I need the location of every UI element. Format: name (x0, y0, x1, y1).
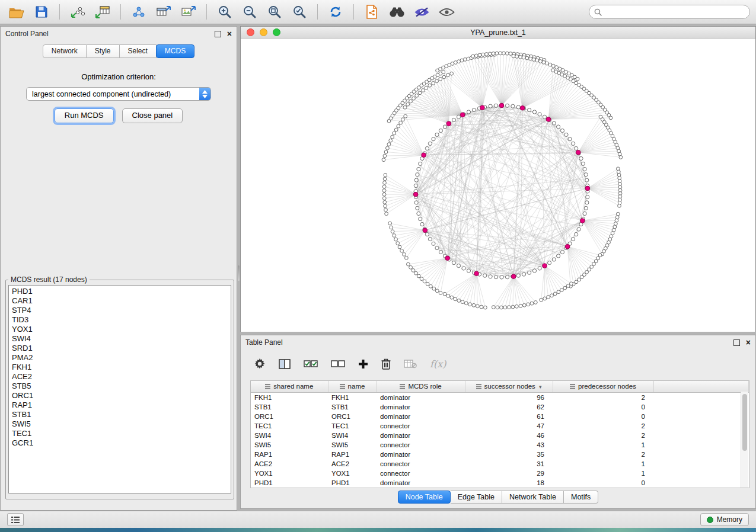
table-row[interactable]: YOX1YOX1connector291 (251, 469, 749, 478)
mcds-result-group: MCDS result (17 nodes) PHD1CAR1STP4TID3Y… (5, 275, 234, 499)
mcds-result-item[interactable]: YOX1 (12, 325, 231, 334)
table-toolbar: f(x) (241, 350, 755, 378)
criterion-selected-value: largest connected component (undirected) (27, 90, 199, 98)
search-input[interactable] (605, 7, 745, 17)
mcds-result-item[interactable]: ACE2 (12, 372, 231, 382)
search-field[interactable] (589, 5, 750, 19)
open-shared-document-button[interactable] (361, 2, 382, 21)
import-table-icon (95, 5, 110, 19)
find-button[interactable] (386, 2, 407, 21)
hide-selected-button[interactable] (411, 2, 432, 21)
close-panel-button[interactable]: Close panel (122, 108, 183, 123)
select-arrows-icon (199, 88, 210, 100)
window-zoom-button[interactable] (273, 28, 280, 36)
table-row[interactable]: FKH1FKH1dominator962 (251, 393, 749, 403)
tab-style[interactable]: Style (87, 44, 120, 58)
table-row[interactable]: SWI4SWI4dominator462 (251, 431, 749, 440)
table-row[interactable]: RAP1RAP1dominator352 (251, 450, 749, 459)
memory-button[interactable]: Memory (700, 513, 749, 526)
table-row[interactable]: SWI5SWI5connector431 (251, 440, 749, 450)
column-grid-icon (340, 383, 345, 390)
column-header-predecessor-nodes[interactable]: predecessor nodes (553, 381, 653, 393)
table-header-row: shared name name MCDS role successor nod… (251, 381, 749, 393)
mcds-result-item[interactable]: CAR1 (12, 296, 231, 306)
mcds-result-item[interactable]: PMA2 (12, 353, 231, 363)
mcds-result-item[interactable]: STP4 (12, 306, 231, 315)
mcds-result-item[interactable]: STB1 (12, 410, 231, 419)
column-visibility-button[interactable] (279, 359, 291, 369)
tab-network[interactable]: Network (43, 44, 87, 58)
refresh-view-button[interactable] (325, 2, 346, 21)
zoom-selected-button[interactable] (289, 2, 310, 21)
column-grid-icon (265, 383, 270, 390)
tab-motifs[interactable]: Motifs (564, 491, 598, 504)
chevron-down-icon: ▾ (539, 384, 542, 390)
node-table: shared name name MCDS role successor nod… (251, 381, 749, 488)
window-minimize-button[interactable] (260, 28, 267, 36)
column-header-successor-nodes[interactable]: successor nodes▾ (465, 381, 553, 393)
node-table-body: FKH1FKH1dominator962STB1STB1dominator620… (251, 393, 749, 488)
mcds-result-item[interactable]: ORC1 (12, 391, 231, 400)
run-mcds-button[interactable]: Run MCDS (55, 108, 114, 123)
delete-column-button[interactable] (381, 358, 391, 370)
import-table-button[interactable] (92, 2, 113, 21)
export-network-button[interactable] (128, 2, 149, 21)
mcds-result-list[interactable]: PHD1CAR1STP4TID3YOX1SWI4SRD1PMA2FKH1ACE2… (8, 285, 231, 493)
tab-node-table[interactable]: Node Table (398, 491, 451, 504)
column-header-mcds-role[interactable]: MCDS role (377, 381, 465, 393)
clear-table-button[interactable] (404, 360, 417, 368)
mcds-result-item[interactable]: TID3 (12, 315, 231, 325)
table-row[interactable]: TEC1TEC1connector472 (251, 421, 749, 431)
zoom-fit-button[interactable] (264, 2, 285, 21)
column-header-name[interactable]: name (328, 381, 377, 393)
table-row[interactable]: PHD1PHD1dominator180 (251, 478, 749, 488)
criterion-select[interactable]: largest connected component (undirected) (26, 87, 211, 101)
table-scrollbar[interactable] (741, 392, 748, 488)
table-row[interactable]: ORC1ORC1dominator610 (251, 412, 749, 421)
mcds-result-item[interactable]: TEC1 (12, 429, 231, 438)
add-column-button[interactable] (358, 359, 368, 369)
toolbar-separator (120, 4, 121, 20)
mcds-result-item[interactable]: STB5 (12, 382, 231, 391)
function-builder-button[interactable]: f(x) (430, 358, 446, 370)
float-panel-icon[interactable] (215, 31, 221, 37)
export-image-button[interactable] (178, 2, 199, 21)
toolbar-separator (59, 4, 60, 20)
table-row[interactable]: ACE2ACE2connector311 (251, 459, 749, 469)
open-session-button[interactable] (6, 2, 27, 21)
optimization-criterion-label: Optimization criterion: (1, 72, 237, 81)
table-row[interactable]: STB1STB1dominator620 (251, 402, 749, 412)
select-all-rows-button[interactable] (304, 360, 318, 368)
column-header-shared-name[interactable]: shared name (251, 381, 328, 393)
column-grid-icon (400, 383, 405, 390)
zoom-out-button[interactable] (239, 2, 260, 21)
mcds-result-item[interactable]: GCR1 (12, 438, 231, 448)
table-panel-tabs: Node Table Edge Table Network Table Moti… (241, 491, 755, 504)
show-all-button[interactable] (436, 2, 457, 21)
mcds-result-item[interactable]: RAP1 (12, 400, 231, 410)
deselect-all-rows-button[interactable] (331, 360, 345, 368)
close-table-panel-icon[interactable]: × (746, 338, 751, 347)
table-settings-button[interactable] (254, 358, 266, 370)
mcds-result-item[interactable]: SWI5 (12, 419, 231, 429)
tab-edge-table[interactable]: Edge Table (451, 491, 502, 504)
mcds-result-item[interactable]: SWI4 (12, 334, 231, 344)
mcds-result-item[interactable]: PHD1 (12, 287, 231, 296)
tab-mcds[interactable]: MCDS (156, 44, 194, 58)
tab-network-table[interactable]: Network Table (502, 491, 564, 504)
save-session-button[interactable] (31, 2, 52, 21)
import-network-button[interactable] (67, 2, 88, 21)
export-table-button[interactable] (153, 2, 174, 21)
window-close-button[interactable] (247, 28, 254, 36)
float-table-panel-icon[interactable] (733, 339, 740, 346)
binoculars-icon (389, 6, 405, 18)
mcds-result-item[interactable]: SRD1 (12, 344, 231, 353)
scrollbar-thumb[interactable] (742, 394, 747, 451)
tab-select[interactable]: Select (120, 44, 157, 58)
close-panel-icon[interactable]: × (227, 30, 232, 38)
network-canvas-svg[interactable] (241, 39, 755, 332)
zoom-in-button[interactable] (214, 2, 235, 21)
mcds-result-item[interactable]: FKH1 (12, 363, 231, 372)
status-menu-button[interactable] (7, 513, 24, 526)
network-window-titlebar[interactable]: YPA_prune.txt_1 (241, 27, 755, 39)
